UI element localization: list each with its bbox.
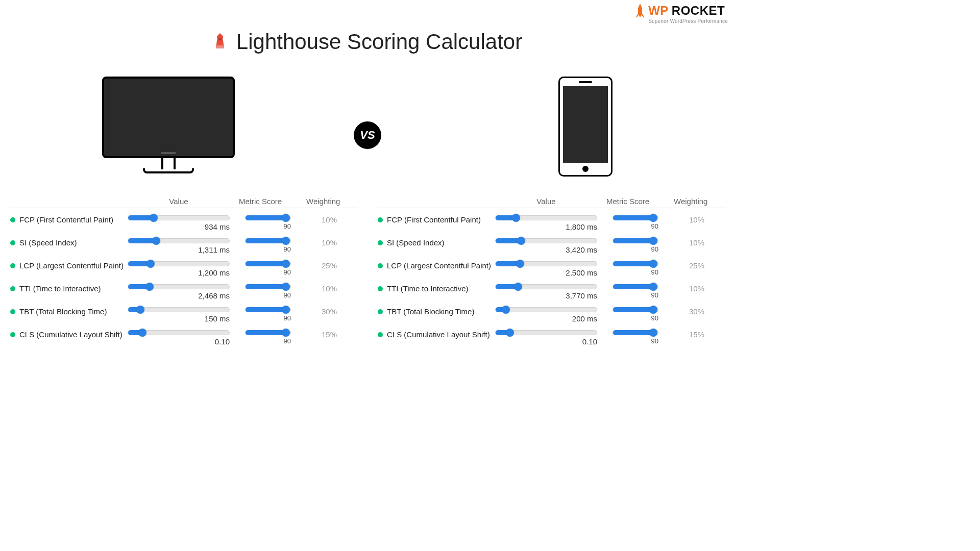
- score-text: 90: [612, 268, 658, 276]
- value-slider[interactable]: [495, 330, 597, 335]
- score-slider[interactable]: [245, 261, 291, 266]
- desktop-icon: [102, 77, 235, 177]
- value-text: 150 ms: [128, 314, 230, 323]
- value-text: 3,770 ms: [495, 291, 597, 300]
- value-slider[interactable]: [495, 307, 597, 312]
- value-slider[interactable]: [495, 238, 597, 243]
- status-dot-icon: [10, 332, 15, 337]
- score-text: 90: [245, 222, 291, 230]
- value-slider[interactable]: [495, 215, 597, 220]
- status-dot-icon: [378, 332, 383, 337]
- weight-text: 10%: [674, 284, 704, 293]
- metric-label: LCP (Largest Contentful Paint): [378, 261, 495, 270]
- value-text: 934 ms: [128, 222, 230, 231]
- value-slider[interactable]: [495, 284, 597, 289]
- score-slider[interactable]: [612, 330, 658, 335]
- score-text: 90: [612, 222, 658, 230]
- status-dot-icon: [10, 309, 15, 314]
- desktop-rows: FCP (First Contentful Paint)934 ms9010%S…: [10, 208, 357, 346]
- status-dot-icon: [10, 263, 15, 268]
- metric-label: TTI (Time to Interactive): [10, 284, 128, 293]
- metric-row: LCP (Largest Contentful Paint)1,200 ms90…: [10, 254, 357, 277]
- brand-wp: WP: [648, 4, 669, 18]
- score-text: 90: [245, 314, 291, 322]
- value-text: 1,800 ms: [495, 222, 597, 231]
- desktop-panel: Value Metric Score Weighting FCP (First …: [10, 197, 357, 346]
- metric-row: TBT (Total Blocking Time)150 ms9030%: [10, 300, 357, 323]
- weight-text: 10%: [674, 215, 704, 224]
- score-slider[interactable]: [245, 238, 291, 243]
- value-slider[interactable]: [128, 330, 230, 335]
- lighthouse-icon: [213, 32, 227, 52]
- metric-row: LCP (Largest Contentful Paint)2,500 ms90…: [378, 254, 725, 277]
- value-text: 3,420 ms: [495, 245, 597, 254]
- score-text: 90: [245, 291, 291, 299]
- mobile-panel: Value Metric Score Weighting FCP (First …: [378, 197, 725, 346]
- value-text: 0.10: [128, 337, 230, 346]
- value-slider[interactable]: [128, 238, 230, 243]
- value-text: 1,200 ms: [128, 268, 230, 277]
- metric-label: FCP (First Contentful Paint): [378, 215, 495, 224]
- brand-tagline: Superior WordPress Performance: [648, 18, 728, 24]
- weight-text: 15%: [674, 330, 704, 339]
- metric-row: TTI (Time to Interactive)2,468 ms9010%: [10, 277, 357, 300]
- value-text: 1,311 ms: [128, 245, 230, 254]
- weight-text: 30%: [674, 307, 704, 316]
- value-slider[interactable]: [495, 261, 597, 266]
- metric-row: CLS (Cumulative Layout Shift)0.109015%: [378, 323, 725, 346]
- metric-label: SI (Speed Index): [378, 238, 495, 247]
- mobile-icon: [558, 77, 612, 177]
- value-slider[interactable]: [128, 261, 230, 266]
- col-score: Metric Score: [230, 197, 291, 206]
- score-slider[interactable]: [245, 330, 291, 335]
- metric-label: LCP (Largest Contentful Paint): [10, 261, 128, 270]
- weight-text: 15%: [306, 330, 337, 339]
- value-text: 2,500 ms: [495, 268, 597, 277]
- value-text: 2,468 ms: [128, 291, 230, 300]
- metric-row: FCP (First Contentful Paint)934 ms9010%: [10, 208, 357, 231]
- weight-text: 10%: [306, 284, 337, 293]
- metric-row: FCP (First Contentful Paint)1,800 ms9010…: [378, 208, 725, 231]
- rocket-icon: [635, 3, 645, 18]
- metric-row: TTI (Time to Interactive)3,770 ms9010%: [378, 277, 725, 300]
- mobile-rows: FCP (First Contentful Paint)1,800 ms9010…: [378, 208, 725, 346]
- col-value: Value: [128, 197, 230, 206]
- metric-label: SI (Speed Index): [10, 238, 128, 247]
- status-dot-icon: [378, 217, 383, 222]
- score-text: 90: [245, 245, 291, 253]
- value-slider[interactable]: [128, 284, 230, 289]
- weight-text: 10%: [306, 215, 337, 224]
- score-slider[interactable]: [245, 284, 291, 289]
- weight-text: 10%: [306, 238, 337, 247]
- metric-row: CLS (Cumulative Layout Shift)0.109015%: [10, 323, 357, 346]
- col-weight: Weighting: [306, 197, 337, 206]
- value-text: 0.10: [495, 337, 597, 346]
- score-slider[interactable]: [245, 307, 291, 312]
- score-slider[interactable]: [612, 215, 658, 220]
- score-slider[interactable]: [612, 307, 658, 312]
- weight-text: 25%: [674, 261, 704, 270]
- score-slider[interactable]: [612, 261, 658, 266]
- status-dot-icon: [378, 263, 383, 268]
- score-slider[interactable]: [245, 215, 291, 220]
- value-slider[interactable]: [128, 307, 230, 312]
- metric-label: CLS (Cumulative Layout Shift): [10, 330, 128, 339]
- metric-label: FCP (First Contentful Paint): [10, 215, 128, 224]
- col-value: Value: [495, 197, 597, 206]
- score-text: 90: [245, 337, 291, 345]
- score-text: 90: [612, 245, 658, 253]
- status-dot-icon: [378, 240, 383, 245]
- weight-text: 10%: [674, 238, 704, 247]
- col-score: Metric Score: [597, 197, 658, 206]
- score-slider[interactable]: [612, 238, 658, 243]
- weight-text: 30%: [306, 307, 337, 316]
- weight-text: 25%: [306, 261, 337, 270]
- page-title-row: Lighthouse Scoring Calculator: [0, 0, 735, 54]
- score-text: 90: [612, 314, 658, 322]
- value-text: 200 ms: [495, 314, 597, 323]
- score-slider[interactable]: [612, 284, 658, 289]
- col-weight: Weighting: [674, 197, 704, 206]
- metric-row: SI (Speed Index)3,420 ms9010%: [378, 231, 725, 254]
- metric-row: SI (Speed Index)1,311 ms9010%: [10, 231, 357, 254]
- value-slider[interactable]: [128, 215, 230, 220]
